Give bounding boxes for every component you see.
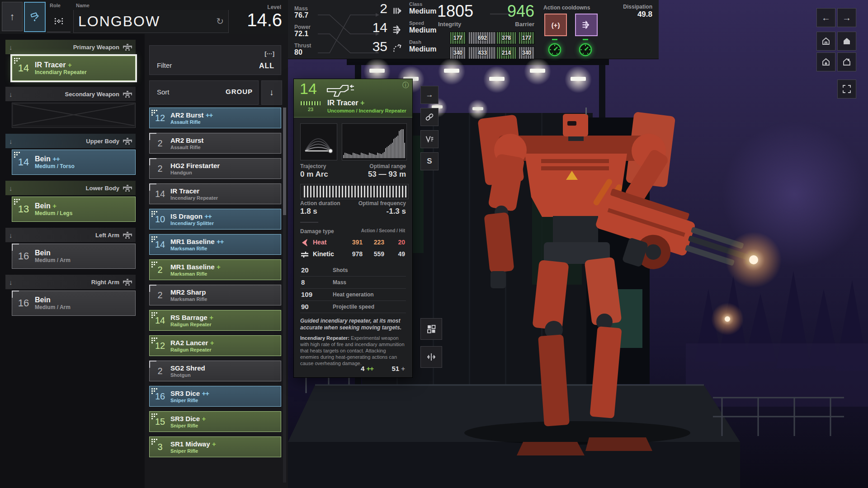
mech-part-icon	[123, 91, 132, 98]
equipment-sidebar: ↓ Primary Weapon 14 IR Tracer + Incendia…	[5, 40, 136, 322]
vitals-block: 214	[496, 47, 516, 59]
corner-trim	[149, 158, 156, 165]
equipment-slot: ↓ Primary Weapon 14 IR Tracer + Incendia…	[5, 40, 136, 81]
salvage-button[interactable]: S	[420, 152, 439, 170]
corner-trim	[12, 291, 19, 298]
item-rarity-plus: +	[217, 263, 220, 271]
weapon-list-item[interactable]: 16 SR3 Dice ++ Sniper Rifle	[149, 386, 281, 407]
equipped-item[interactable]: 13 Bein + Medium / Legs	[12, 197, 136, 222]
slot-header: ↓ Left Arm	[5, 228, 136, 242]
item-level: 16	[150, 391, 170, 402]
item-subtype: Assault Rifle	[170, 145, 203, 150]
empty-slot[interactable]	[12, 103, 136, 128]
filter-control[interactable]: Filter [···] ALL	[149, 45, 281, 75]
base-store-button[interactable]	[816, 52, 835, 71]
item-subtype: Incendiary Repeater	[170, 195, 218, 201]
slot-header: ↓ Primary Weapon	[5, 40, 136, 54]
cooldown-dash-button[interactable]	[575, 14, 598, 36]
unit-name: LONGBOW	[74, 13, 216, 30]
role-icon	[53, 16, 64, 27]
cooldown-heat-button[interactable]: (+)	[544, 14, 567, 36]
sort-control[interactable]: Sort GROUP	[149, 80, 259, 105]
item-level: 12	[150, 341, 170, 351]
info-icon[interactable]: ⓘ	[402, 81, 409, 89]
weapon-list-item[interactable]: 2 HG2 Firestarter Handgun	[149, 158, 281, 179]
weapon-list-item[interactable]: 10 IS Dragon ++ Incendiary Splitter	[149, 209, 281, 230]
vitals-block-value: 214	[502, 50, 511, 56]
item-subtype: Medium / Arm	[35, 304, 71, 310]
variant-button[interactable]	[420, 130, 439, 148]
item-subtype: Incendiary Splitter	[170, 221, 214, 226]
item-name: HG2 Firestarter	[170, 162, 220, 169]
weapon-list-item[interactable]: 14 MR1 Baseline ++ Marksman Rifle	[149, 234, 281, 255]
weapon-list-item[interactable]: 15 SR3 Dice + Sniper Rifle	[149, 411, 281, 432]
variant-icon	[425, 134, 434, 144]
trajectory-chart	[300, 123, 337, 160]
gauge-tick	[552, 39, 557, 40]
item-name: SR1 Midway	[170, 440, 210, 448]
modules-grid-button[interactable]	[420, 318, 442, 340]
unit-name-field[interactable]: LONGBOW ↻	[73, 10, 229, 33]
equipped-item[interactable]: 16 Bein Medium / Arm	[12, 244, 136, 269]
weapon-list-item[interactable]: 3 SR1 Midway + Sniper Rifle	[149, 436, 281, 457]
base-filled-button[interactable]	[837, 32, 856, 51]
back-button[interactable]: ↑	[2, 2, 23, 31]
down-arrow-icon: ↓	[9, 43, 21, 51]
weapon-list-item[interactable]: 2 AR2 Burst Assault Rifle	[149, 133, 281, 154]
item-rarity-plus: +	[212, 440, 216, 448]
weapon-list-item[interactable]: 12 RA2 Lancer + Railgun Repeater	[149, 335, 281, 356]
barrier-value: 946	[487, 2, 534, 21]
item-name: IR Tracer	[170, 187, 199, 195]
weapon-list-item[interactable]: 12 AR2 Burst ++ Assault Rifle	[149, 108, 281, 128]
paint-button[interactable]	[24, 2, 46, 32]
link-button[interactable]	[420, 108, 439, 126]
list-scrollbar-thumb[interactable]	[283, 108, 286, 215]
item-level: 16	[12, 297, 35, 309]
item-name: AR2 Burst	[170, 111, 203, 119]
expand-view-button[interactable]	[837, 80, 856, 99]
action-duration-value: 1.8 s	[300, 207, 317, 216]
empty-cross-icon	[12, 103, 135, 127]
slot-title: Lower Body	[21, 185, 123, 192]
item-subtype: Marksman Rifle	[170, 271, 220, 277]
weapon-list-item[interactable]: 2 MR2 Sharp Marksman Rifle	[149, 285, 281, 305]
stat-value: 20	[301, 266, 309, 274]
sort-direction-button[interactable]: ↓	[261, 80, 282, 105]
equip-button[interactable]: →	[420, 86, 439, 104]
item-name: MR1 Baseline	[170, 263, 215, 271]
equipped-item[interactable]: 14 Bein ++ Medium / Torso	[12, 150, 136, 175]
trajectory-label: Trajectory	[300, 163, 326, 169]
mass-label: Mass	[294, 5, 308, 12]
slot-title: Secondary Weapon	[21, 91, 123, 98]
base-alt-button[interactable]	[837, 52, 856, 71]
right-arrow-icon: →	[426, 90, 434, 99]
weapon-list-item[interactable]: 2 MR1 Baseline + Marksman Rifle	[149, 259, 281, 280]
dash-rating: Medium	[409, 45, 436, 53]
slot-header: ↓ Secondary Weapon	[5, 87, 136, 101]
equipped-item[interactable]: 14 IR Tracer + Incendiary Repeater	[12, 56, 136, 81]
equipped-item[interactable]: 16 Bein Medium / Arm	[12, 291, 136, 316]
frame-view-button[interactable]	[420, 346, 442, 368]
weapon-list-item[interactable]: 2 SG2 Shred Shotgun	[149, 361, 281, 381]
stat-value: 90	[301, 303, 309, 310]
next-unit-button[interactable]: →	[837, 8, 856, 27]
right-arrow-icon: →	[842, 13, 851, 23]
prev-unit-button[interactable]: ←	[816, 8, 835, 27]
item-name: SG2 Shred	[170, 364, 205, 372]
item-level: 2	[150, 265, 170, 275]
weapon-list-item[interactable]: 14 IR Tracer Incendiary Repeater	[149, 183, 281, 204]
filter-badge: [···]	[264, 50, 274, 57]
vitals-block-value: 378	[502, 35, 511, 41]
salvage-icon: S	[427, 157, 432, 166]
mech-part-icon	[123, 232, 132, 239]
role-selector[interactable]	[47, 11, 71, 33]
base-view-button[interactable]	[816, 32, 835, 51]
item-level: 14	[12, 156, 35, 168]
class-icon	[392, 5, 403, 16]
randomize-name-icon[interactable]: ↻	[216, 16, 228, 27]
damage-hit: 49	[398, 250, 405, 258]
thrust-value: 80	[294, 48, 302, 56]
weapon-detail-panel: 14 23 IR Tracer + Uncommon / Incendiary …	[294, 79, 412, 377]
weapon-list-item[interactable]: 14 RS Barrage + Railgun Repeater	[149, 310, 281, 331]
item-subtype: Railgun Repeater	[170, 322, 213, 327]
